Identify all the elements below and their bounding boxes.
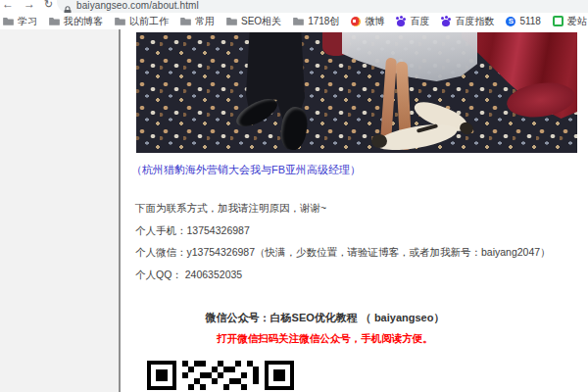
folder-icon <box>293 17 304 25</box>
baidu-paw-icon <box>396 17 406 26</box>
contact-intro: 下面为联系方式，加我请注明原因，谢谢~ <box>135 202 326 216</box>
qq-line: 个人QQ： 2406352035 <box>135 269 242 282</box>
bookmark-folder-xuexi[interactable]: 学习 <box>3 15 37 28</box>
back-button[interactable]: ← <box>2 0 14 11</box>
folder-icon <box>180 17 191 25</box>
official-account-line: 微信公众号：白杨SEO优化教程 （ baiyangseo） <box>136 311 514 325</box>
photo-caption: （杭州猎豹海外营销大会我与FB亚州高级经理） <box>131 163 361 177</box>
forward-button[interactable]: → <box>24 0 35 11</box>
bookmark-label: 爱站 <box>567 15 587 28</box>
bookmark-label: 百度指数 <box>455 15 494 28</box>
aizhan-icon <box>553 16 564 26</box>
left-gutter <box>0 29 119 392</box>
bookmark-label: 百度 <box>410 15 429 28</box>
folder-icon <box>115 17 125 25</box>
bookmark-label: 我的博客 <box>64 15 103 28</box>
woman-leg <box>380 58 397 143</box>
bookmark-folder-oldwork[interactable]: 以前工作 <box>115 15 169 28</box>
wechat-line: 个人微信：y13754326987（快满，少数位置，请验证博客，或者加我新号：b… <box>135 246 551 260</box>
phone-line: 个人手机：13754326987 <box>135 224 250 238</box>
baidu-paw-icon <box>441 17 451 26</box>
bookmark-label: 常用 <box>195 15 215 28</box>
bookmark-weibo[interactable]: 微博 <box>351 15 384 28</box>
bookmark-folder-myblog[interactable]: 我的博客 <box>49 15 103 28</box>
qr-scan-tip: 打开微信扫码关注微信公众号，手机阅读方便。 <box>136 332 514 346</box>
bookmark-label: 微博 <box>365 15 384 28</box>
browser-toolbar: ← → ↻ baiyangseo.com/about.html <box>0 0 588 13</box>
weibo-icon <box>351 17 361 26</box>
bookmark-label: 以前工作 <box>129 15 169 28</box>
bookmark-folder-seo[interactable]: SEO相关 <box>226 15 281 28</box>
content-left-border <box>119 29 121 392</box>
woman-shoe-toe <box>458 121 474 136</box>
bookmark-aizhan[interactable]: 爱站 <box>553 15 587 28</box>
bookmark-label: SEO相关 <box>241 15 281 28</box>
page-content: （杭州猎豹海外营销大会我与FB亚州高级经理） 下面为联系方式，加我请注明原因，谢… <box>0 29 588 392</box>
reload-button[interactable]: ↻ <box>44 0 53 11</box>
url-text[interactable]: baiyangseo.com/about.html <box>76 0 199 11</box>
conference-photo <box>136 32 577 153</box>
bookmark-baidu-index[interactable]: 百度指数 <box>441 15 494 28</box>
5118-icon: S <box>506 17 515 26</box>
folder-icon <box>49 17 60 25</box>
bookmark-label: 5118 <box>519 16 541 26</box>
woman-skirt <box>342 32 477 83</box>
woman-shoe-toe <box>371 134 387 148</box>
bookmark-folder-1718[interactable]: 1718创 <box>293 15 339 28</box>
bookmark-folder-common[interactable]: 常用 <box>180 15 215 28</box>
bookmark-5118[interactable]: S 5118 <box>506 16 541 26</box>
browser-window: ← → ↻ baiyangseo.com/about.html 学习 我的博客 … <box>0 0 588 392</box>
folder-icon <box>226 17 237 25</box>
wechat-qr-code <box>147 361 294 392</box>
bookmark-baidu[interactable]: 百度 <box>396 15 429 28</box>
folder-icon <box>3 17 14 25</box>
bookmark-label: 学习 <box>18 15 37 28</box>
bookmarks-bar: 学习 我的博客 以前工作 常用 SEO相关 1718创 微博 百度 <box>0 13 588 29</box>
bookmark-label: 1718创 <box>308 15 339 28</box>
